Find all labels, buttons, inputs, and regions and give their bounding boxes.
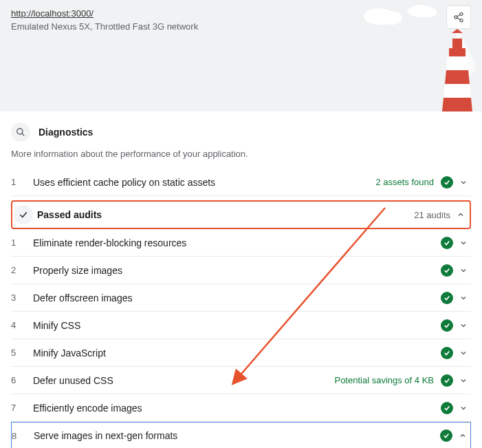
svg-line-15 [22,134,25,136]
check-icon [443,179,450,186]
audit-label: Efficiently encode images [33,403,441,414]
check-icon [443,377,450,384]
audit-number: 1 [11,177,33,187]
diagnostics-header: Diagnostics [11,122,471,142]
check-icon [443,432,450,439]
pass-badge [440,429,452,442]
chevron-down-icon[interactable] [459,349,468,357]
audit-number: 7 [11,403,33,413]
svg-line-3 [457,14,461,17]
pass-badge [441,292,453,304]
audit-number: 1 [11,237,33,248]
passed-audit-item[interactable]: 1Eliminate render-blocking resources [11,229,471,257]
check-icon [19,210,28,220]
chevron-down-icon[interactable] [459,178,468,186]
audit-label: Serve images in next-gen formats [34,430,440,441]
svg-point-2 [460,19,463,22]
pass-badge [441,264,453,277]
svg-point-8 [420,8,437,17]
share-icon [453,12,464,23]
svg-marker-13 [452,29,463,33]
check-icon [443,350,450,356]
pass-badge [441,319,453,332]
audit-label: Properly size images [33,265,441,276]
audit-number: 4 [11,320,33,330]
audit-label: Uses efficient cache policy on static as… [33,177,375,188]
svg-point-6 [380,11,402,25]
check-icon [443,405,450,412]
check-icon [443,239,450,246]
passed-audits-title: Passed audits [37,209,414,220]
check-icon [443,322,450,329]
report-header: http://localhost:3000/ Emulated Nexus 5X… [0,0,482,111]
chevron-down-icon[interactable] [459,321,468,330]
passed-audits-list: 1Eliminate render-blocking resources2Pro… [11,229,471,448]
audit-label: Defer unused CSS [33,375,334,386]
audit-number: 3 [11,292,33,303]
check-icon [443,295,450,301]
chevron-down-icon[interactable] [459,239,468,247]
audit-label: Minify CSS [33,320,441,331]
audit-detail: 2 assets found [375,177,434,187]
diagnostics-title: Diagnostics [39,127,93,138]
passed-audit-item[interactable]: 7Efficiently encode images [11,394,471,422]
chevron-up-icon[interactable] [456,211,465,219]
svg-point-14 [17,129,23,134]
lighthouse-illustration [420,29,475,111]
passed-audits-count: 21 audits [414,210,450,220]
report-content: Diagnostics More information about the p… [0,111,482,448]
pass-badge [441,176,453,189]
pass-badge [441,347,453,359]
passed-audit-item[interactable]: 5Minify JavaScript [11,339,471,367]
audit-number: 6 [11,375,33,385]
search-icon-circle [11,122,30,142]
audit-number: 8 [12,431,34,441]
passed-audit-item[interactable]: 4Minify CSS [11,312,471,339]
audit-label: Minify JavaScript [33,348,441,359]
passed-audit-item[interactable]: 3Defer offscreen images [11,284,471,312]
diagnostics-description: More information about the performance o… [11,149,471,159]
audit-number: 5 [11,348,33,358]
check-icon [443,267,450,274]
check-icon-circle [14,205,33,224]
svg-point-1 [454,16,457,19]
passed-audit-item[interactable]: 6Defer unused CSSPotential savings of 4 … [11,367,471,394]
passed-audit-item[interactable]: 8Serve images in next-gen formats [11,422,471,448]
chevron-down-icon[interactable] [459,266,468,275]
search-icon [16,127,25,137]
chevron-down-icon[interactable] [459,294,468,302]
svg-rect-12 [452,39,462,48]
share-button[interactable] [446,6,471,29]
passed-audits-header[interactable]: Passed audits 21 audits [11,200,471,229]
svg-rect-11 [449,48,465,56]
pass-badge [441,402,453,414]
svg-line-4 [457,18,461,20]
pass-badge [441,237,453,249]
audit-number: 2 [11,265,33,275]
pass-badge [441,374,453,387]
audit-label: Defer offscreen images [33,292,441,303]
chevron-down-icon[interactable] [459,376,468,385]
audit-label: Eliminate render-blocking resources [33,237,441,248]
passed-audit-item[interactable]: 2Properly size images [11,257,471,284]
diagnostics-item[interactable]: 1 Uses efficient cache policy on static … [11,169,471,196]
svg-point-0 [460,12,463,15]
chevron-down-icon[interactable] [459,404,468,412]
audit-detail: Potential savings of 4 KB [334,375,434,385]
chevron-up-icon[interactable] [458,431,468,440]
